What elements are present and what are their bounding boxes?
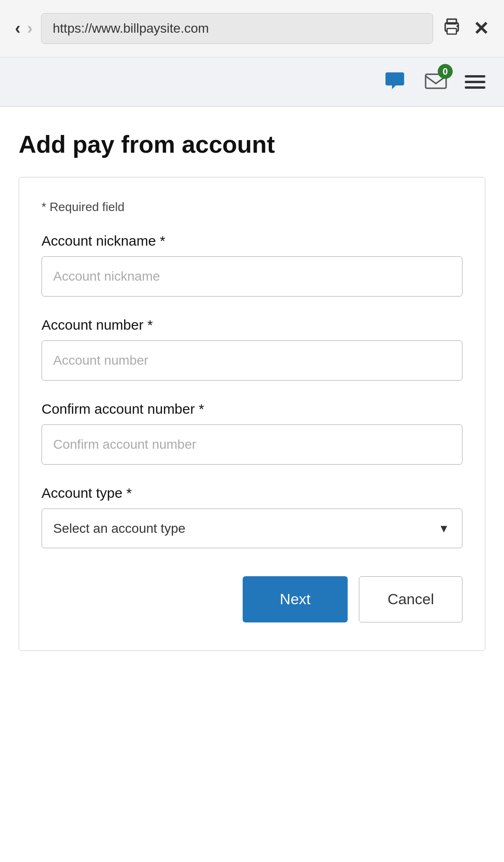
form-actions: Next Cancel: [42, 576, 462, 622]
back-button[interactable]: ‹: [15, 20, 21, 37]
print-icon[interactable]: [441, 16, 462, 41]
hamburger-line-3: [465, 86, 485, 89]
browser-actions: ✕: [441, 16, 489, 41]
account-type-label: Account type *: [42, 485, 462, 501]
url-bar[interactable]: https://www.billpaysite.com: [41, 13, 433, 44]
site-header: 0: [0, 57, 504, 107]
cancel-button[interactable]: Cancel: [359, 576, 462, 622]
account-number-group: Account number *: [42, 317, 462, 381]
hamburger-line-2: [465, 81, 485, 83]
account-number-label: Account number *: [42, 317, 462, 333]
next-button[interactable]: Next: [243, 576, 348, 622]
account-nickname-label: Account nickname *: [42, 233, 462, 249]
svg-rect-1: [447, 19, 456, 24]
svg-point-3: [456, 25, 458, 27]
confirm-account-number-label: Confirm account number *: [42, 401, 462, 417]
close-icon[interactable]: ✕: [473, 18, 489, 39]
page-title: Add pay from account: [19, 130, 485, 158]
confirm-account-number-input[interactable]: [42, 424, 462, 465]
hamburger-line-1: [465, 75, 485, 78]
account-number-input[interactable]: [42, 340, 462, 381]
required-note: * Required field: [42, 200, 462, 214]
svg-rect-2: [447, 28, 456, 34]
forward-button[interactable]: ›: [27, 20, 33, 37]
form-card: * Required field Account nickname * Acco…: [19, 177, 485, 651]
chat-button[interactable]: [383, 69, 407, 95]
account-nickname-input[interactable]: [42, 256, 462, 297]
account-type-group: Account type * Select an account type Ch…: [42, 485, 462, 548]
notification-badge: 0: [438, 64, 453, 79]
main-content: Add pay from account * Required field Ac…: [0, 107, 504, 674]
envelope-button[interactable]: 0: [424, 69, 448, 95]
hamburger-icon: [465, 75, 485, 89]
menu-button[interactable]: [465, 75, 485, 89]
account-nickname-group: Account nickname *: [42, 233, 462, 297]
confirm-account-number-group: Confirm account number *: [42, 401, 462, 465]
browser-nav: ‹ ›: [15, 20, 33, 37]
account-type-select-wrapper: Select an account type Checking Savings …: [42, 509, 462, 548]
browser-bar: ‹ › https://www.billpaysite.com ✕: [0, 0, 504, 57]
account-type-select[interactable]: Select an account type Checking Savings: [42, 509, 462, 548]
